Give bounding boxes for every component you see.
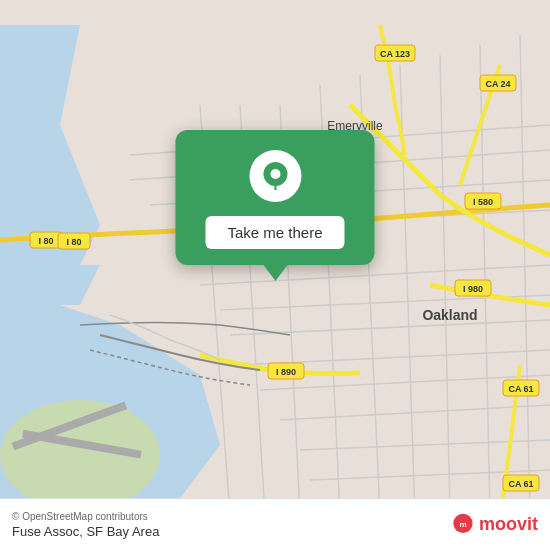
map-attribution: © OpenStreetMap contributors [12,511,159,522]
take-me-there-button[interactable]: Take me there [205,216,344,249]
popup-card: Take me there [175,130,374,265]
svg-text:I 980: I 980 [463,284,483,294]
svg-text:I 580: I 580 [473,197,493,207]
svg-point-50 [270,169,280,179]
svg-text:CA 61: CA 61 [508,384,533,394]
svg-text:I 80: I 80 [38,236,53,246]
bottom-bar: © OpenStreetMap contributors Fuse Assoc,… [0,498,550,550]
svg-text:CA 123: CA 123 [380,49,410,59]
location-label: Fuse Assoc, SF Bay Area [12,524,159,539]
svg-text:CA 24: CA 24 [485,79,510,89]
moovit-logo: m moovit [451,513,538,537]
moovit-brand-text: moovit [479,514,538,535]
svg-text:Oakland: Oakland [422,307,477,323]
moovit-icon: m [451,513,475,537]
svg-text:I 80: I 80 [66,237,81,247]
map-container: I 80 I 80 I 580 I 980 I 890 CA 123 CA 24… [0,0,550,550]
svg-text:m: m [459,519,466,528]
svg-text:I 890: I 890 [276,367,296,377]
svg-text:CA 61: CA 61 [508,479,533,489]
location-pin-icon [249,150,301,202]
